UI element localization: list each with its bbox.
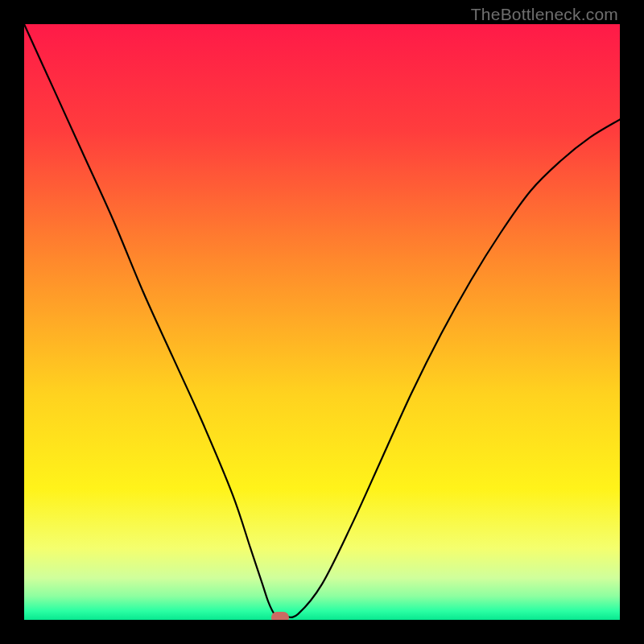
bottleneck-curve: [24, 24, 620, 620]
chart-frame: TheBottleneck.com: [0, 0, 644, 644]
watermark-text: TheBottleneck.com: [471, 5, 618, 24]
optimum-marker: [271, 612, 289, 620]
plot-area: [24, 24, 620, 620]
